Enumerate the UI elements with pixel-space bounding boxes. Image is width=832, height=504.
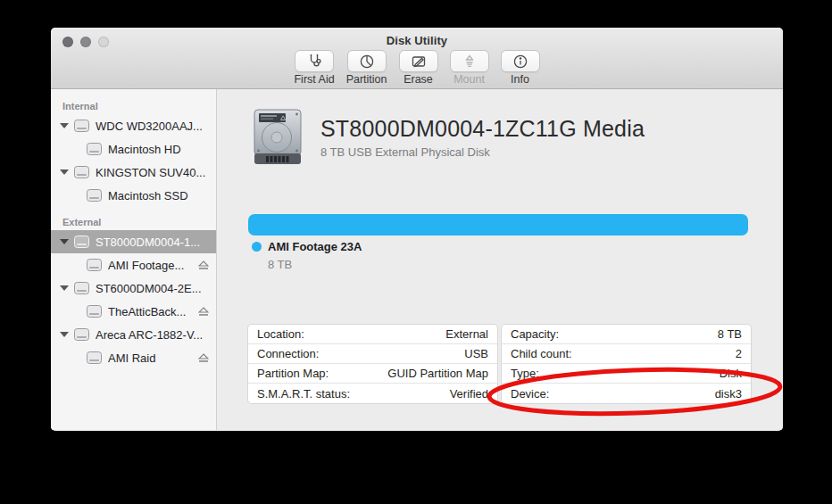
info-table-left: Location: External Connection: USB Parti… bbox=[247, 324, 498, 404]
info-value: 2 bbox=[736, 347, 742, 360]
info-row-connection: Connection: USB bbox=[248, 344, 497, 364]
info-row-capacity: Capacity: 8 TB bbox=[502, 325, 751, 344]
info-label: Type: bbox=[511, 367, 539, 380]
info-row-device: Device: disk3 bbox=[502, 384, 751, 403]
sidebar-item-ami-raid[interactable]: AMI Raid bbox=[51, 346, 216, 369]
disclosure-triangle-icon[interactable] bbox=[60, 123, 69, 128]
info-label: Connection: bbox=[257, 347, 319, 360]
info-row-type: Type: Disk bbox=[502, 364, 751, 384]
legend-dot-icon bbox=[252, 242, 262, 252]
disk-icon bbox=[74, 166, 89, 178]
info-row-partition-map: Partition Map: GUID Partition Map bbox=[248, 364, 497, 384]
info-label: Location: bbox=[257, 327, 304, 341]
mount-button: Mount bbox=[450, 50, 489, 87]
eject-button[interactable] bbox=[198, 353, 209, 363]
sidebar-item-areca-disk[interactable]: Areca ARC-1882-V... bbox=[51, 323, 216, 346]
eject-button[interactable] bbox=[198, 260, 209, 270]
sidebar-item-macintosh-ssd[interactable]: Macintosh SSD bbox=[51, 184, 216, 207]
mount-label: Mount bbox=[453, 73, 485, 87]
sidebar-item-st8000-disk[interactable]: ST8000DM0004-1... bbox=[51, 230, 216, 253]
traffic-lights bbox=[62, 37, 109, 47]
sidebar-item-label: TheAtticBack... bbox=[108, 305, 193, 318]
disclosure-triangle-icon[interactable] bbox=[60, 239, 69, 244]
partition-pie-icon bbox=[358, 53, 376, 70]
sidebar-item-macintosh-hd[interactable]: Macintosh HD bbox=[51, 137, 216, 161]
info-value: External bbox=[445, 327, 488, 341]
device-sidebar: Internal WDC WD3200AAJ... Macintosh HD bbox=[51, 89, 217, 430]
info-value: Verified bbox=[450, 387, 488, 401]
disk-utility-window: Disk Utility First Aid bbox=[51, 28, 783, 431]
volume-icon bbox=[87, 189, 102, 202]
info-label: Device: bbox=[511, 387, 549, 401]
sidebar-item-label: AMI Raid bbox=[108, 351, 193, 365]
disclosure-triangle-icon[interactable] bbox=[60, 169, 69, 175]
sidebar-section-internal: Internal bbox=[51, 98, 216, 114]
close-window-button[interactable] bbox=[62, 37, 73, 47]
info-row-child-count: Child count: 2 bbox=[502, 344, 751, 364]
info-label: Child count: bbox=[511, 347, 572, 360]
info-row-location: Location: External bbox=[248, 325, 497, 344]
erase-label: Erase bbox=[404, 73, 433, 87]
mount-eject-icon bbox=[461, 53, 478, 70]
disk-icon bbox=[74, 282, 89, 294]
disk-icon bbox=[74, 328, 89, 341]
sidebar-item-label: Macintosh SSD bbox=[108, 189, 209, 202]
info-label: Partition Map: bbox=[257, 367, 329, 380]
sidebar-item-theatticback[interactable]: TheAtticBack... bbox=[51, 300, 216, 323]
info-table-right: Capacity: 8 TB Child count: 2 Type: Disk… bbox=[501, 324, 752, 404]
volume-icon bbox=[87, 143, 102, 155]
info-value: Disk bbox=[720, 367, 742, 380]
eject-button[interactable] bbox=[198, 307, 209, 317]
info-button[interactable]: Info bbox=[501, 50, 540, 87]
window-title: Disk Utility bbox=[51, 28, 783, 47]
disclosure-triangle-icon[interactable] bbox=[60, 285, 69, 291]
info-tables: Location: External Connection: USB Parti… bbox=[247, 324, 752, 404]
sidebar-item-label: ST6000DM004-2E... bbox=[96, 282, 209, 295]
first-aid-label: First Aid bbox=[294, 73, 334, 87]
info-value: disk3 bbox=[715, 387, 742, 401]
sidebar-item-label: ST8000DM0004-1... bbox=[96, 235, 209, 249]
partition-label: Partition bbox=[346, 73, 387, 87]
disk-detail-pane: ST8000DM0004-1ZC11G Media 8 TB USB Exter… bbox=[217, 89, 783, 430]
volume-icon bbox=[87, 259, 102, 271]
first-aid-button[interactable]: First Aid bbox=[294, 50, 334, 87]
disk-header: ST8000DM0004-1ZC11G Media 8 TB USB Exter… bbox=[253, 109, 645, 165]
volume-icon bbox=[87, 351, 102, 364]
minimize-window-button[interactable] bbox=[80, 37, 91, 47]
erase-button[interactable]: Erase bbox=[399, 50, 438, 87]
disk-subtitle: 8 TB USB External Physical Disk bbox=[320, 145, 645, 159]
usage-bar bbox=[248, 214, 748, 235]
sidebar-item-label: KINGSTON SUV40... bbox=[96, 166, 209, 179]
legend-volume-size: 8 TB bbox=[268, 258, 362, 271]
usage-legend: AMI Footage 23A 8 TB bbox=[252, 240, 362, 271]
info-label: Info bbox=[511, 73, 529, 87]
disk-icon bbox=[74, 120, 89, 132]
disk-title: ST8000DM0004-1ZC11G Media bbox=[320, 116, 645, 142]
info-value: GUID Partition Map bbox=[387, 367, 488, 380]
usage-segment-ami-footage[interactable] bbox=[248, 214, 748, 235]
sidebar-item-kingston-disk[interactable]: KINGSTON SUV40... bbox=[51, 161, 216, 184]
volume-icon bbox=[87, 305, 102, 318]
info-label: Capacity: bbox=[511, 327, 559, 341]
sidebar-item-ami-footage[interactable]: AMI Footage... bbox=[51, 253, 216, 277]
disclosure-triangle-icon[interactable] bbox=[60, 332, 69, 337]
sidebar-item-wdc-disk[interactable]: WDC WD3200AAJ... bbox=[51, 114, 216, 137]
disk-icon bbox=[74, 235, 89, 248]
info-row-smart-status: S.M.A.R.T. status: Verified bbox=[248, 384, 497, 403]
title-bar: Disk Utility First Aid bbox=[51, 28, 783, 89]
sidebar-item-label: Areca ARC-1882-V... bbox=[96, 328, 209, 342]
sidebar-item-st6000-disk[interactable]: ST6000DM004-2E... bbox=[51, 277, 216, 300]
hard-drive-icon bbox=[253, 109, 303, 165]
partition-button[interactable]: Partition bbox=[346, 50, 387, 87]
sidebar-section-external: External bbox=[51, 214, 216, 230]
sidebar-item-label: Macintosh HD bbox=[108, 143, 209, 156]
zoom-window-button[interactable] bbox=[98, 37, 109, 47]
legend-volume-name: AMI Footage 23A bbox=[268, 240, 362, 253]
toolbar: First Aid Partition bbox=[51, 50, 783, 87]
info-value: USB bbox=[464, 347, 488, 360]
sidebar-item-label: WDC WD3200AAJ... bbox=[96, 120, 209, 133]
erase-pencil-icon bbox=[410, 53, 428, 70]
info-label: S.M.A.R.T. status: bbox=[257, 387, 350, 401]
info-icon bbox=[512, 53, 529, 70]
stethoscope-icon bbox=[305, 53, 324, 70]
